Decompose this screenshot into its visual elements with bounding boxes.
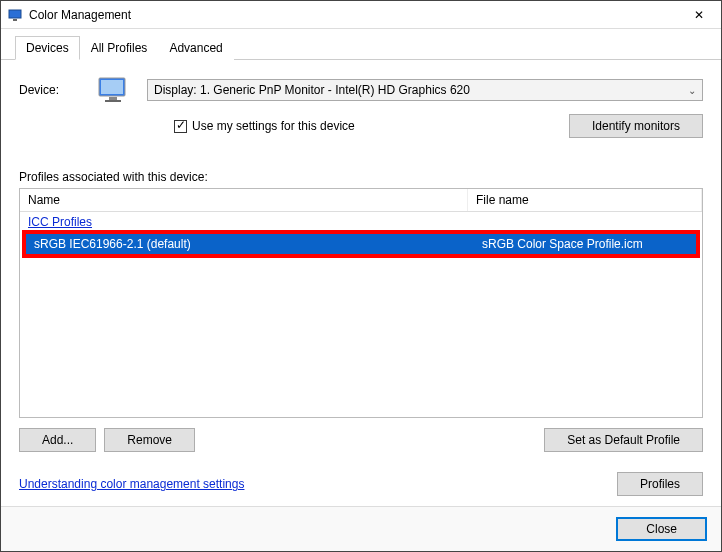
window-title: Color Management bbox=[29, 8, 677, 22]
chevron-down-icon: ⌄ bbox=[688, 85, 696, 96]
use-settings-checkbox[interactable]: ✓ bbox=[174, 120, 187, 133]
column-header-name[interactable]: Name bbox=[20, 189, 468, 211]
add-button[interactable]: Add... bbox=[19, 428, 96, 452]
use-settings-row: ✓ Use my settings for this device Identi… bbox=[174, 114, 703, 138]
cell-profile-name: sRGB IEC61966-2.1 (default) bbox=[26, 235, 474, 253]
profile-actions-row: Add... Remove Set as Default Profile bbox=[19, 428, 703, 452]
svg-rect-5 bbox=[105, 100, 121, 102]
device-row: Device: Display: 1. Generic PnP Monitor … bbox=[19, 76, 703, 104]
device-label: Device: bbox=[19, 83, 79, 97]
profiles-button[interactable]: Profiles bbox=[617, 472, 703, 496]
svg-rect-3 bbox=[101, 80, 123, 94]
profiles-section-label: Profiles associated with this device: bbox=[19, 170, 703, 184]
color-management-dialog: Color Management ✕ Devices All Profiles … bbox=[0, 0, 722, 552]
svg-rect-1 bbox=[13, 19, 17, 21]
set-default-button[interactable]: Set as Default Profile bbox=[544, 428, 703, 452]
monitor-icon bbox=[97, 76, 129, 104]
profiles-table: Name File name ICC Profiles sRGB IEC6196… bbox=[19, 188, 703, 418]
tab-all-profiles[interactable]: All Profiles bbox=[80, 36, 159, 60]
understanding-link[interactable]: Understanding color management settings bbox=[19, 477, 244, 491]
close-button[interactable]: ✕ bbox=[677, 1, 721, 29]
close-icon: ✕ bbox=[694, 8, 704, 22]
device-select[interactable]: Display: 1. Generic PnP Monitor - Intel(… bbox=[147, 79, 703, 101]
use-settings-label: Use my settings for this device bbox=[192, 119, 355, 133]
close-dialog-button[interactable]: Close bbox=[616, 517, 707, 541]
dialog-button-bar: Close bbox=[1, 506, 721, 551]
svg-rect-4 bbox=[109, 97, 117, 100]
tab-advanced[interactable]: Advanced bbox=[158, 36, 233, 60]
tab-strip: Devices All Profiles Advanced bbox=[1, 29, 721, 60]
check-icon: ✓ bbox=[176, 119, 186, 131]
app-icon bbox=[7, 7, 23, 23]
tab-devices[interactable]: Devices bbox=[15, 36, 80, 60]
svg-rect-0 bbox=[9, 10, 21, 18]
annotation-highlight: sRGB IEC61966-2.1 (default) sRGB Color S… bbox=[22, 230, 700, 258]
tab-panel-devices: Device: Display: 1. Generic PnP Monitor … bbox=[1, 60, 721, 506]
identify-monitors-button[interactable]: Identify monitors bbox=[569, 114, 703, 138]
titlebar: Color Management ✕ bbox=[1, 1, 721, 29]
group-header-icc: ICC Profiles bbox=[20, 212, 702, 232]
table-body: ICC Profiles sRGB IEC61966-2.1 (default)… bbox=[20, 212, 702, 417]
table-row[interactable]: sRGB IEC61966-2.1 (default) sRGB Color S… bbox=[26, 234, 696, 254]
table-header: Name File name bbox=[20, 189, 702, 212]
device-select-value: Display: 1. Generic PnP Monitor - Intel(… bbox=[154, 83, 470, 97]
cell-file-name: sRGB Color Space Profile.icm bbox=[474, 235, 696, 253]
column-header-file-name[interactable]: File name bbox=[468, 189, 702, 211]
remove-button[interactable]: Remove bbox=[104, 428, 195, 452]
footer-row: Understanding color management settings … bbox=[19, 472, 703, 496]
